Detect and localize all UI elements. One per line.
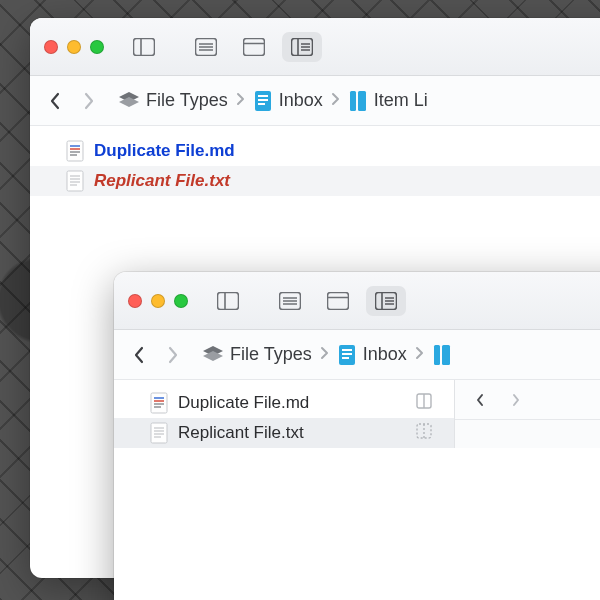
svg-rect-55	[442, 345, 450, 365]
window-front: File Types Inbox	[114, 272, 600, 600]
markdown-file-icon	[150, 392, 168, 414]
svg-rect-53	[342, 357, 349, 359]
stack-icon	[202, 345, 224, 365]
item-icon	[348, 90, 368, 112]
view-split-button[interactable]	[234, 32, 274, 62]
inbox-icon	[337, 344, 357, 366]
svg-rect-52	[342, 353, 352, 355]
split-view: Duplicate File.md Replicant File.txt	[114, 380, 600, 448]
file-list: Duplicate File.md Replicant File.txt	[30, 126, 600, 196]
svg-rect-21	[258, 99, 268, 101]
minimize-button[interactable]	[151, 294, 165, 308]
preview-forward-button[interactable]	[501, 383, 531, 417]
svg-rect-24	[358, 91, 366, 111]
window-controls	[128, 294, 188, 308]
left-pane: Duplicate File.md Replicant File.txt	[114, 380, 454, 448]
chevron-right-icon	[167, 346, 179, 364]
zoom-button[interactable]	[174, 294, 188, 308]
chevron-left-icon	[49, 92, 61, 110]
svg-rect-41	[328, 292, 349, 309]
file-row[interactable]: Duplicate File.md	[114, 388, 454, 418]
crumb-root-label: File Types	[230, 344, 312, 365]
view-split-button[interactable]	[318, 286, 358, 316]
file-name: Duplicate File.md	[94, 141, 235, 161]
window-controls	[44, 40, 104, 54]
svg-rect-63	[151, 423, 167, 443]
svg-rect-51	[342, 349, 352, 351]
crumb-inbox[interactable]: Inbox	[249, 88, 327, 114]
breadcrumb: File Types Inbox Item Li	[30, 76, 600, 126]
svg-rect-23	[350, 91, 356, 111]
crumb-current[interactable]: Item Li	[344, 88, 432, 114]
view-list-button[interactable]	[270, 286, 310, 316]
stack-icon	[118, 91, 140, 111]
inbox-icon	[253, 90, 273, 112]
view-columns-button[interactable]	[366, 286, 406, 316]
file-row[interactable]: Replicant File.txt	[30, 166, 600, 196]
crumb-current-label: Item Li	[374, 90, 428, 111]
breadcrumb-separator	[320, 344, 329, 365]
breadcrumb-separator	[415, 344, 424, 365]
chevron-right-icon	[83, 92, 95, 110]
sidebar-toggle-button[interactable]	[208, 286, 248, 316]
nav-back-button[interactable]	[40, 84, 70, 118]
svg-rect-6	[244, 38, 265, 55]
svg-rect-20	[258, 95, 268, 97]
breadcrumb-separator	[331, 90, 340, 111]
svg-rect-30	[67, 171, 83, 191]
view-columns-button[interactable]	[282, 32, 322, 62]
nav-forward-button[interactable]	[74, 84, 104, 118]
svg-rect-25	[67, 141, 83, 161]
column-indicator-icon	[416, 393, 432, 414]
file-name: Replicant File.txt	[178, 423, 304, 443]
titlebar	[30, 18, 600, 76]
crumb-inbox[interactable]: Inbox	[333, 342, 411, 368]
file-name: Duplicate File.md	[178, 393, 309, 413]
crumb-inbox-label: Inbox	[363, 344, 407, 365]
titlebar	[114, 272, 600, 330]
column-indicator-icon	[416, 423, 432, 444]
crumb-current[interactable]	[428, 342, 456, 368]
breadcrumb-separator	[236, 90, 245, 111]
chevron-left-icon	[475, 393, 485, 407]
toolbar-view-group	[124, 32, 322, 62]
text-file-icon	[150, 422, 168, 444]
chevron-right-icon	[511, 393, 521, 407]
right-pane	[454, 380, 600, 448]
close-button[interactable]	[128, 294, 142, 308]
breadcrumb: File Types Inbox	[114, 330, 600, 380]
close-button[interactable]	[44, 40, 58, 54]
file-row[interactable]: Duplicate File.md	[30, 136, 600, 166]
crumb-root[interactable]: File Types	[114, 88, 232, 113]
view-list-button[interactable]	[186, 32, 226, 62]
crumb-inbox-label: Inbox	[279, 90, 323, 111]
chevron-left-icon	[133, 346, 145, 364]
file-row[interactable]: Replicant File.txt	[114, 418, 454, 448]
zoom-button[interactable]	[90, 40, 104, 54]
svg-rect-68	[417, 424, 431, 438]
text-file-icon	[66, 170, 84, 192]
item-icon	[432, 344, 452, 366]
file-name: Replicant File.txt	[94, 171, 230, 191]
crumb-root-label: File Types	[146, 90, 228, 111]
nav-back-button[interactable]	[124, 338, 154, 372]
sidebar-toggle-button[interactable]	[124, 32, 164, 62]
nav-forward-button[interactable]	[158, 338, 188, 372]
svg-rect-56	[151, 393, 167, 413]
svg-rect-0	[134, 38, 155, 55]
minimize-button[interactable]	[67, 40, 81, 54]
svg-rect-22	[258, 103, 265, 105]
preview-toolbar	[455, 380, 600, 420]
preview-back-button[interactable]	[465, 383, 495, 417]
svg-rect-35	[218, 292, 239, 309]
toolbar-view-group	[208, 286, 406, 316]
markdown-file-icon	[66, 140, 84, 162]
svg-rect-54	[434, 345, 440, 365]
crumb-root[interactable]: File Types	[198, 342, 316, 367]
